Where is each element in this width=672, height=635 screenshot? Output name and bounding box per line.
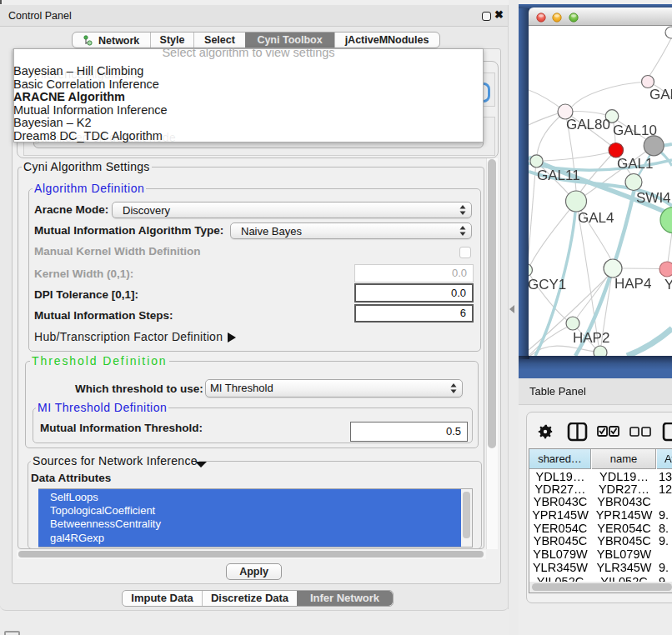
svg-text:Y: Y <box>664 277 672 292</box>
svg-text:HAP4: HAP4 <box>614 276 651 292</box>
svg-text:GAL11: GAL11 <box>537 168 580 183</box>
svg-text:GAL1: GAL1 <box>617 156 653 172</box>
svg-text:SWI4: SWI4 <box>636 190 671 206</box>
svg-text:GCY1: GCY1 <box>529 277 566 292</box>
svg-text:HAP2: HAP2 <box>573 330 609 346</box>
svg-text:GAL80: GAL80 <box>566 117 610 132</box>
svg-text:GAL4: GAL4 <box>578 210 614 226</box>
svg-text:GAL7: GAL7 <box>649 87 672 102</box>
svg-text:GAL10: GAL10 <box>613 122 657 138</box>
